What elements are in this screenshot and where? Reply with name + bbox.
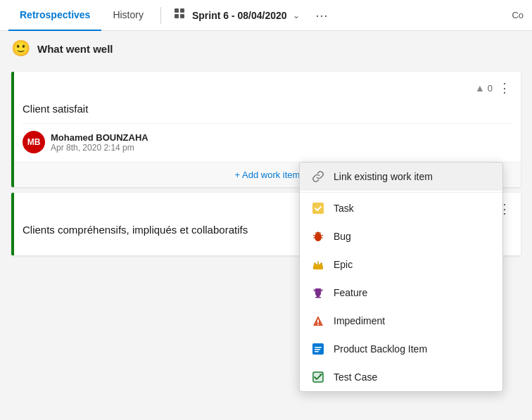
author-date: Apr 8th, 2020 2:14 pm [51, 143, 148, 153]
menu-label-task: Task [334, 203, 354, 214]
sprint-selector[interactable]: Sprint 6 - 08/04/2020 ⌄ [167, 5, 307, 26]
svg-rect-2 [180, 8, 184, 13]
menu-label-epic: Epic [334, 259, 353, 270]
svg-point-8 [319, 232, 321, 234]
menu-label-pbi: Product Backlog Item [334, 343, 427, 355]
vote-up-icon[interactable]: ▲ [475, 82, 485, 94]
dropdown-menu: Link existing work item Task Bug [299, 162, 503, 392]
card-top-actions: ▲ 0 ⋮ [23, 80, 512, 96]
avatar: MB [23, 131, 45, 153]
svg-line-11 [322, 235, 323, 236]
sprint-icon [174, 8, 186, 23]
menu-item-pbi[interactable]: Product Backlog Item [300, 335, 502, 363]
feature-icon [311, 286, 325, 300]
svg-rect-3 [180, 14, 184, 18]
section-header: 🙂 What went well [0, 31, 532, 66]
epic-icon [311, 257, 325, 272]
co-label: Co [512, 10, 524, 20]
menu-item-link-existing[interactable]: Link existing work item [300, 163, 502, 191]
svg-rect-14 [313, 268, 323, 269]
svg-rect-16 [315, 297, 321, 298]
menu-label-impediment: Impediment [334, 315, 385, 326]
menu-label-test-case: Test Case [334, 371, 377, 383]
tab-history[interactable]: History [101, 0, 155, 31]
menu-divider [300, 192, 502, 193]
chevron-down-icon: ⌄ [293, 11, 300, 20]
vote-area: ▲ 0 [475, 82, 493, 94]
svg-line-9 [313, 235, 315, 236]
svg-point-7 [315, 232, 317, 234]
author-name: Mohamed BOUNZAHA [51, 132, 148, 143]
tab-retrospectives[interactable]: Retrospectives [8, 0, 101, 31]
menu-item-epic[interactable]: Epic [300, 250, 502, 279]
section-title: What went well [37, 43, 113, 55]
smiley-icon: 🙂 [11, 39, 30, 58]
pbi-icon [311, 342, 325, 356]
sprint-label: Sprint 6 - 08/04/2020 [192, 10, 287, 21]
bug-icon [311, 229, 325, 243]
menu-item-impediment[interactable]: Impediment [300, 307, 502, 335]
top-nav: Retrospectives History Sprint 6 - 08/04/… [0, 0, 532, 31]
more-options-button[interactable]: ⋯ [310, 5, 334, 26]
menu-label-link-existing: Link existing work item [334, 171, 433, 182]
menu-item-test-case[interactable]: Test Case [300, 363, 502, 391]
svg-rect-24 [315, 351, 319, 352]
task-icon [311, 201, 325, 215]
svg-rect-22 [315, 347, 322, 348]
card-text: Client satisfait [23, 98, 512, 123]
vote-count: 0 [488, 83, 493, 94]
card-more-button[interactable]: ⋮ [497, 80, 512, 96]
card-footer: MB Mohamed BOUNZAHA Apr 8th, 2020 2:14 p… [23, 123, 512, 162]
nav-divider [160, 7, 161, 24]
svg-rect-23 [315, 349, 320, 350]
svg-rect-1 [175, 14, 179, 18]
author-info: Mohamed BOUNZAHA Apr 8th, 2020 2:14 pm [51, 132, 148, 153]
menu-item-feature[interactable]: Feature [300, 279, 502, 307]
menu-label-bug: Bug [334, 231, 351, 242]
add-work-item-label: + Add work item [235, 170, 300, 180]
svg-marker-13 [313, 261, 323, 268]
impediment-icon [311, 314, 325, 328]
link-icon [311, 170, 325, 184]
test-case-icon [311, 370, 325, 384]
svg-rect-20 [317, 324, 319, 325]
menu-item-bug[interactable]: Bug [300, 222, 502, 250]
svg-rect-0 [175, 8, 179, 13]
menu-item-task[interactable]: Task [300, 194, 502, 222]
svg-rect-19 [317, 319, 319, 323]
menu-label-feature: Feature [334, 287, 367, 298]
svg-rect-4 [312, 203, 324, 214]
